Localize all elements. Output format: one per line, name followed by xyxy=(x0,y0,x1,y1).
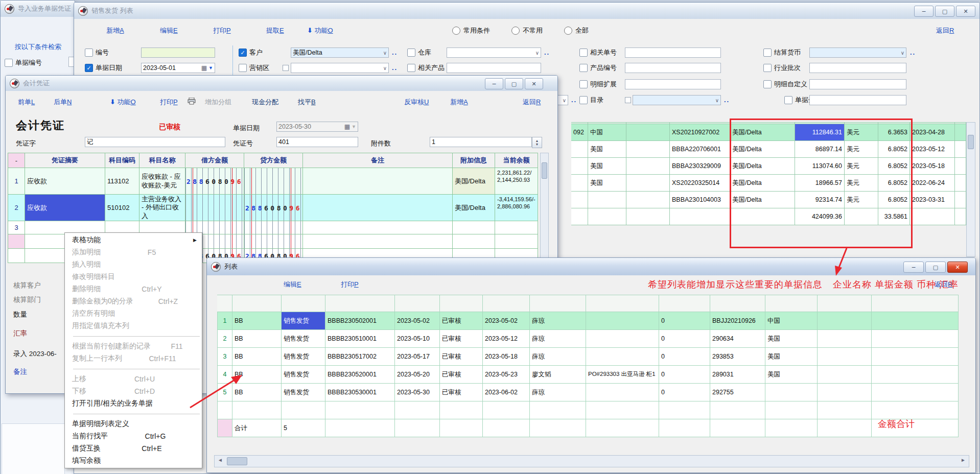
checkbox-checked[interactable]: ✓ xyxy=(239,49,247,57)
lookup-dots[interactable]: .. xyxy=(392,64,398,72)
menu-item[interactable]: 用指定值填充本列 xyxy=(65,320,202,332)
menu-item[interactable]: 当前行找平 Ctrl+G xyxy=(65,430,202,442)
customer-select[interactable]: 美国/Delta∨ xyxy=(291,48,389,58)
checkbox[interactable] xyxy=(763,64,772,72)
checkbox[interactable] xyxy=(239,64,247,72)
menu-item[interactable]: 删除金额为0的分录 Ctrl+Z xyxy=(65,295,202,307)
column-header[interactable]: - xyxy=(8,153,25,168)
filter-doc-no[interactable]: 单据编号 xyxy=(5,58,42,68)
related-doc-input[interactable] xyxy=(625,48,721,58)
table-row[interactable]: 092中国 XS20210927002美国/Delta112846.31 美元6… xyxy=(571,124,966,141)
menu-item[interactable]: 清空所有明细 xyxy=(65,307,202,320)
filter-related-doc[interactable]: 相关单号 xyxy=(579,48,617,58)
close-button[interactable]: ✕ xyxy=(525,78,543,89)
filter-sales-region[interactable]: 营销区 xyxy=(239,63,269,73)
column-header[interactable] xyxy=(659,295,710,312)
printer-icon[interactable] xyxy=(188,98,196,106)
unaudit-button[interactable]: 反审核U xyxy=(404,98,429,107)
print-button[interactable]: 打印P xyxy=(341,280,359,289)
prev-doc-button[interactable]: 前单L xyxy=(18,98,35,107)
voucher-scrollbar[interactable] xyxy=(540,153,549,263)
sales-region-select[interactable]: ∨ xyxy=(291,63,389,73)
minimize-button[interactable]: ─ xyxy=(914,6,934,17)
table-row[interactable]: 美国 XS20220325014美国/Delta18966.57 美元6.805… xyxy=(571,175,966,192)
doc-amount-input[interactable] xyxy=(809,95,906,105)
menu-item[interactable]: 填写余额 xyxy=(65,455,202,467)
filter-related-product[interactable]: 相关产品 xyxy=(407,63,445,73)
voucher-no-input[interactable]: 401 xyxy=(276,137,358,147)
menu-item[interactable] xyxy=(65,410,202,418)
checkbox[interactable] xyxy=(763,49,772,57)
column-header[interactable]: 贷方金额 xyxy=(244,153,303,168)
lookup-dots[interactable]: .. xyxy=(910,49,916,56)
related-product-input[interactable] xyxy=(447,63,541,73)
checkbox[interactable] xyxy=(763,80,772,88)
filter-catalog[interactable]: 目录 xyxy=(579,95,603,105)
settle-currency-select[interactable]: ∨ xyxy=(809,48,906,58)
balance-button[interactable]: 找平B xyxy=(298,98,316,107)
scrollbar-thumb[interactable] xyxy=(968,135,974,149)
menu-item[interactable]: 单据明细列表定义 xyxy=(65,418,202,430)
industry-batch-input[interactable] xyxy=(809,63,906,73)
table-row[interactable]: 3BB销售发货 BBBB2305170022023-05-17已审核 2023-… xyxy=(217,348,959,366)
table-row[interactable]: 5BB销售发货 BBBB2305300012023-05-30已审核 2023-… xyxy=(217,384,959,401)
maximize-button[interactable]: ▢ xyxy=(935,6,954,17)
credit-amount-grid[interactable] xyxy=(244,168,303,195)
column-header[interactable]: 凭证摘要 xyxy=(25,153,105,168)
menu-item[interactable]: 借贷互换 Ctrl+E xyxy=(65,442,202,455)
scrollbar-thumb[interactable] xyxy=(227,457,247,465)
back-button[interactable]: 返回R xyxy=(523,98,541,107)
voucher-row-1[interactable]: 1 应收款 113102 应收账款 - 应收账款-美元 288608096 美国… xyxy=(8,168,538,195)
column-header[interactable]: 科目编码 xyxy=(105,153,139,168)
warehouse-select[interactable]: ∨ xyxy=(447,48,541,58)
lookup-dots[interactable]: .. xyxy=(392,49,398,56)
maximize-button[interactable]: ▢ xyxy=(925,262,946,273)
column-header[interactable] xyxy=(872,295,959,312)
column-header[interactable] xyxy=(818,295,872,312)
column-header[interactable] xyxy=(440,295,483,312)
checkbox[interactable] xyxy=(579,49,588,57)
column-header[interactable]: 附加信息 xyxy=(453,153,495,168)
table-row[interactable]: 424099.36 33.5861 xyxy=(571,208,966,225)
menu-item[interactable]: 添加明细 F5 xyxy=(65,246,202,258)
radio-option[interactable]: 常用条件 xyxy=(452,26,490,35)
sub-checkbox[interactable] xyxy=(625,97,631,103)
filter-detail-custom[interactable]: 明细自定义 xyxy=(763,79,807,89)
sales-table-scrollbar[interactable] xyxy=(966,122,975,257)
column-header[interactable]: 当前余额 xyxy=(495,153,538,168)
edit-button[interactable]: 编辑E xyxy=(284,280,301,289)
attachments-stepper[interactable]: ▲▼ xyxy=(532,137,542,148)
minimize-button[interactable]: ─ xyxy=(903,262,924,273)
radio-option[interactable]: 全部 xyxy=(564,26,589,35)
list-h-scrollbar[interactable]: ◄ ► xyxy=(214,455,969,467)
column-header[interactable]: 借方金额 xyxy=(185,153,244,168)
filter-settle-currency[interactable]: 结算货币 xyxy=(763,48,801,58)
menu-item[interactable] xyxy=(65,332,202,340)
print-button[interactable]: 打印P xyxy=(213,26,231,35)
filter-warehouse[interactable]: 仓库 xyxy=(407,48,431,58)
checkbox-checked[interactable]: ✓ xyxy=(85,64,93,72)
menu-item[interactable]: 上移 Ctrl+U xyxy=(65,373,202,385)
cash-allocate-button[interactable]: 现金分配 xyxy=(252,98,278,107)
column-header[interactable]: 科目名称 xyxy=(139,153,185,168)
edit-button[interactable]: 编辑E xyxy=(160,26,178,35)
close-button[interactable]: ✕ xyxy=(947,262,968,273)
checkbox[interactable] xyxy=(784,96,792,104)
functions-button[interactable]: ⬇ 功能O xyxy=(110,98,136,107)
table-row[interactable]: 4BB销售发货 BBBB2305200012023-05-20已审核 2023-… xyxy=(217,366,959,384)
filter-doc-date[interactable]: ✓单据日期 xyxy=(85,63,122,73)
add-button[interactable]: 新增A xyxy=(450,98,468,107)
table-row[interactable]: 1BB销售发货 BBBB2305020012023-05-02已审核 2023-… xyxy=(217,312,959,330)
filter-product-no[interactable]: 产品编号 xyxy=(579,63,617,73)
scroll-left-icon[interactable]: ◄ xyxy=(218,457,223,463)
attachments-input[interactable]: 1 xyxy=(430,137,532,147)
column-header[interactable] xyxy=(325,295,395,312)
column-header[interactable]: 备注 xyxy=(303,153,453,168)
debit-amount-grid[interactable] xyxy=(185,195,244,221)
detail-extend-input[interactable] xyxy=(625,79,721,89)
back-button[interactable]: 返回R xyxy=(936,26,954,35)
radio-option[interactable]: 不常用 xyxy=(511,26,543,35)
voucher-word-input[interactable]: 记 xyxy=(85,137,225,147)
extract-button[interactable]: 提取E xyxy=(266,26,284,35)
doc-date-input[interactable]: 2023-05-01▦ ▼ xyxy=(141,63,215,73)
